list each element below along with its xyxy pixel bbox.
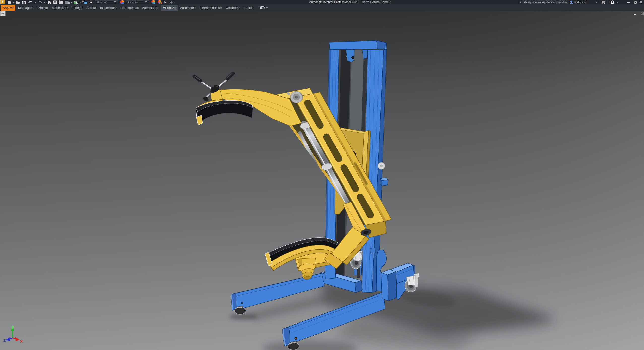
svg-text:X: X [20, 339, 23, 343]
svg-text:isidio.r.n: isidio.r.n [574, 1, 586, 4]
svg-text:?: ? [612, 1, 614, 4]
svg-text:Z: Z [3, 338, 6, 343]
svg-text:Pesquisar na Ajuda e comandos.: Pesquisar na Ajuda e comandos. [524, 1, 568, 4]
svg-text:fx: fx [164, 0, 166, 4]
